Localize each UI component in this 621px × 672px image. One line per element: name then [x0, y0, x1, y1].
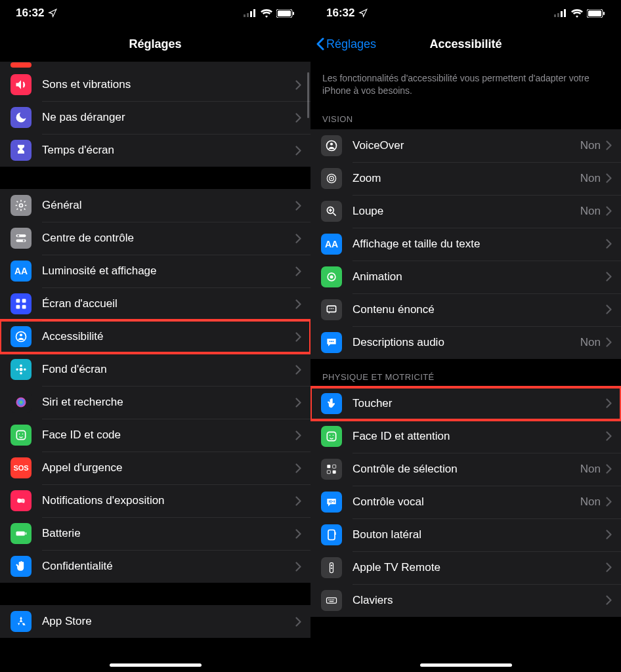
row-label: Claviers — [353, 594, 606, 607]
row-sons[interactable]: Sons et vibrations — [0, 68, 310, 101]
row-contenu-enonce[interactable]: Contenu énoncé — [310, 293, 621, 326]
row-conf[interactable]: Confidentialité — [0, 550, 310, 583]
row-value: Non — [580, 463, 601, 476]
row-centre[interactable]: Centre de contrôle — [0, 222, 310, 255]
svg-point-57 — [333, 341, 334, 342]
chevron-right-icon — [606, 272, 612, 282]
row-npd[interactable]: Ne pas déranger — [0, 101, 310, 134]
svg-point-21 — [16, 368, 18, 371]
row-bouton-lateral[interactable]: Bouton latéral — [310, 518, 621, 551]
chevron-right-icon — [606, 206, 612, 216]
phone-left-settings: 16:32 Réglages Sons et vibrations Ne pas… — [0, 0, 310, 672]
cellular-icon — [554, 9, 567, 17]
svg-rect-14 — [16, 305, 20, 309]
svg-rect-2 — [250, 11, 252, 17]
nav-header-left: Réglages — [0, 26, 310, 62]
row-general[interactable]: Général — [0, 189, 310, 222]
row-affichage[interactable]: AA Affichage et taille du texte — [310, 228, 621, 261]
hourglass-icon — [11, 140, 32, 161]
row-partial-top[interactable] — [0, 62, 310, 68]
chevron-right-icon — [606, 497, 612, 507]
back-button[interactable]: Réglages — [316, 37, 376, 51]
row-label: Contenu énoncé — [353, 303, 606, 316]
row-siri[interactable]: Siri et recherche — [0, 386, 310, 419]
row-voiceover[interactable]: VoiceOver Non — [310, 129, 621, 162]
switch-grid-icon — [321, 459, 342, 480]
status-right — [554, 9, 605, 18]
row-faceid[interactable]: Face ID et code — [0, 419, 310, 452]
svg-rect-32 — [26, 532, 27, 534]
nav-header-right: Réglages Accessibilité — [310, 26, 621, 62]
row-fond[interactable]: Fond d'écran — [0, 353, 310, 386]
row-desc-audio[interactable]: Descriptions audio Non — [310, 326, 621, 359]
row-label: Temps d'écran — [42, 144, 295, 157]
row-zoom[interactable]: Zoom Non — [310, 162, 621, 195]
row-value: Non — [580, 336, 601, 349]
row-label: Général — [42, 199, 295, 212]
svg-rect-38 — [588, 10, 601, 16]
chevron-right-icon — [606, 337, 612, 347]
chevron-right-icon — [295, 113, 301, 123]
svg-rect-1 — [247, 13, 249, 17]
svg-point-52 — [330, 308, 331, 309]
svg-rect-6 — [293, 12, 294, 15]
row-animation[interactable]: Animation — [310, 261, 621, 293]
row-accessibilite[interactable]: Accessibilité — [0, 320, 310, 353]
svg-point-7 — [20, 204, 23, 207]
face-icon — [11, 425, 32, 446]
chevron-right-icon — [606, 464, 612, 474]
home-indicator[interactable] — [420, 663, 512, 667]
row-controle-selection[interactable]: Contrôle de sélection Non — [310, 453, 621, 486]
row-faceid-att[interactable]: Face ID et attention — [310, 420, 621, 453]
svg-rect-65 — [328, 530, 335, 539]
gear-icon — [11, 195, 32, 216]
status-bar: 16:32 — [0, 0, 310, 26]
location-icon — [48, 9, 57, 18]
row-claviers[interactable]: Claviers — [310, 584, 621, 617]
settings-group: Toucher Face ID et attention Contrôle de… — [310, 387, 621, 617]
row-ecran-accueil[interactable]: Écran d'accueil — [0, 287, 310, 320]
side-button-icon — [321, 524, 342, 545]
battery-icon — [11, 523, 32, 544]
svg-rect-34 — [557, 13, 559, 17]
row-urgence[interactable]: SOS Appel d'urgence — [0, 452, 310, 484]
chevron-right-icon — [295, 365, 301, 375]
status-right — [244, 9, 295, 18]
chevron-right-icon — [295, 562, 301, 572]
row-notif-expo[interactable]: Notifications d'exposition — [0, 484, 310, 517]
svg-rect-39 — [603, 12, 605, 15]
chevron-right-icon — [606, 530, 612, 539]
svg-point-56 — [331, 341, 332, 342]
chevron-right-icon — [295, 430, 301, 440]
location-icon — [358, 9, 368, 18]
svg-rect-58 — [327, 432, 335, 440]
row-value: Non — [580, 205, 601, 218]
row-label: Batterie — [42, 527, 295, 540]
svg-rect-35 — [561, 11, 563, 17]
row-label: Appel d'urgence — [42, 461, 295, 474]
svg-point-60 — [333, 434, 334, 436]
svg-rect-62 — [333, 465, 336, 468]
svg-line-46 — [333, 213, 336, 215]
row-controle-vocal[interactable]: Contrôle vocal Non — [310, 486, 621, 518]
row-label: Bouton latéral — [353, 528, 606, 541]
row-label: Accessibilité — [42, 330, 295, 343]
home-indicator[interactable] — [110, 663, 202, 667]
row-toucher[interactable]: Toucher — [310, 387, 621, 420]
row-temps[interactable]: Temps d'écran — [0, 134, 310, 167]
svg-point-50 — [330, 275, 333, 278]
row-luminosite[interactable]: AA Luminosité et affichage — [0, 255, 310, 287]
chevron-right-icon — [606, 595, 612, 605]
row-batterie[interactable]: Batterie — [0, 517, 310, 550]
row-loupe[interactable]: Loupe Non — [310, 195, 621, 228]
row-atv-remote[interactable]: Apple TV Remote — [310, 551, 621, 584]
battery-icon — [276, 9, 295, 18]
row-label: Ne pas déranger — [42, 111, 295, 124]
appstore-icon — [11, 611, 32, 632]
row-appstore[interactable]: App Store — [0, 605, 310, 638]
phone-right-accessibility: 16:32 Réglages Accessibilité Les fonctio… — [310, 0, 621, 672]
row-value: Non — [580, 172, 601, 185]
row-label: VoiceOver — [353, 139, 580, 152]
svg-rect-71 — [328, 599, 330, 600]
svg-rect-63 — [327, 470, 330, 473]
